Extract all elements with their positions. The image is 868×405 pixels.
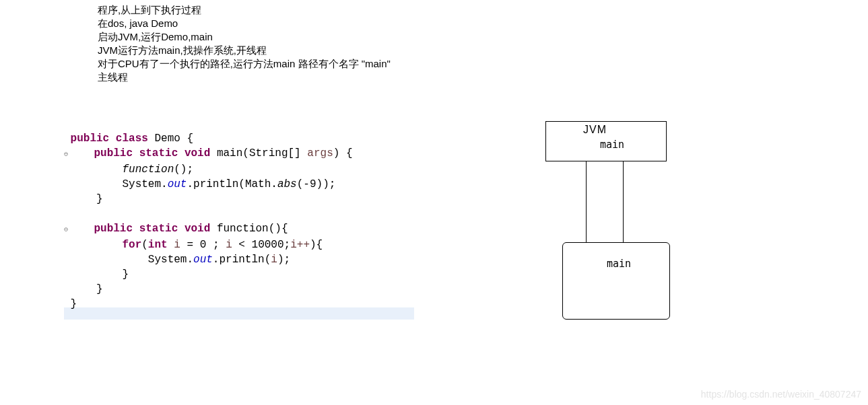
desc-line-6: 主线程 (98, 71, 391, 84)
main-box: main (562, 242, 670, 320)
connector-line-2 (623, 161, 624, 242)
desc-line-1: 程序,从上到下执行过程 (98, 3, 391, 17)
watermark-text: https://blog.csdn.net/weixin_40807247 (701, 389, 861, 400)
jvm-label: JVM (583, 124, 607, 136)
jvm-main-label: main (600, 139, 624, 151)
jvm-box: JVM main (545, 121, 667, 161)
main-box-label: main (607, 258, 631, 270)
fold-marker-icon: ⊖ (64, 151, 68, 158)
fold-marker-icon: ⊖ (64, 226, 68, 233)
code-block: public class Demo { ⊖ public static void… (64, 131, 353, 311)
desc-line-5: 对于CPU有了一个执行的路径,运行方法main 路径有个名字 "main" (98, 57, 391, 71)
desc-line-3: 启动JVM,运行Demo,main (98, 30, 391, 44)
code-content: public class Demo { ⊖ public static void… (64, 131, 353, 311)
connector-line-1 (586, 161, 587, 242)
desc-line-2: 在dos, java Demo (98, 17, 391, 30)
description-text: 程序,从上到下执行过程 在dos, java Demo 启动JVM,运行Demo… (98, 3, 391, 84)
desc-line-4: JVM运行方法main,找操作系统,开线程 (98, 44, 391, 57)
